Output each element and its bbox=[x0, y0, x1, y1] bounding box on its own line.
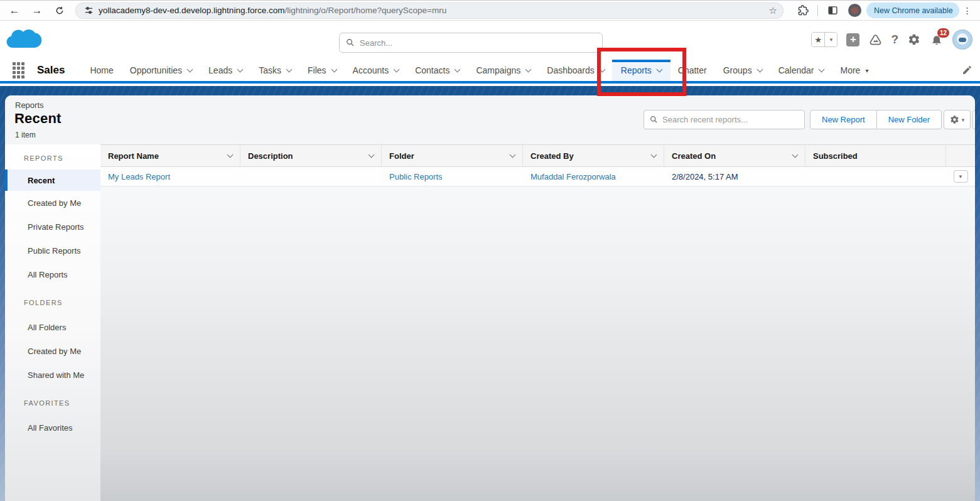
list-view-body: REPORTS Recent Created by Me Private Rep… bbox=[5, 144, 975, 501]
list-actions: New Report New Folder bbox=[810, 110, 942, 129]
table-header-row: Report Name Description Folder Created B… bbox=[100, 144, 975, 167]
chevron-down-icon[interactable] bbox=[286, 66, 293, 72]
cell-created-by: Mufaddal Ferozporwala bbox=[523, 172, 664, 181]
sidebar-item-shared-with-me[interactable]: Shared with Me bbox=[5, 363, 100, 387]
tab-tasks[interactable]: Tasks bbox=[259, 60, 291, 81]
chevron-down-icon[interactable] bbox=[656, 66, 662, 72]
chevron-down-icon[interactable] bbox=[510, 152, 516, 158]
sidebar-item-recent[interactable]: Recent bbox=[5, 170, 100, 191]
browser-forward-button[interactable]: → bbox=[29, 3, 45, 19]
sidebar-item-all-favorites[interactable]: All Favorites bbox=[5, 416, 100, 439]
column-header-created-by[interactable]: Created By bbox=[523, 145, 664, 166]
favorites-dropdown-icon[interactable]: ▾ bbox=[824, 33, 837, 46]
chevron-down-icon[interactable] bbox=[792, 152, 799, 158]
chevron-down-icon[interactable] bbox=[394, 66, 400, 72]
global-actions-icon[interactable]: + bbox=[846, 33, 859, 46]
chevron-down-icon[interactable] bbox=[187, 66, 193, 72]
chevron-down-icon[interactable] bbox=[651, 152, 657, 158]
setup-gear-icon[interactable] bbox=[907, 33, 921, 46]
new-report-button[interactable]: New Report bbox=[810, 110, 876, 129]
row-actions-button[interactable]: ▼ bbox=[954, 170, 968, 183]
list-search-box[interactable] bbox=[643, 110, 805, 129]
global-search-box[interactable] bbox=[339, 33, 603, 53]
extensions-icon[interactable] bbox=[797, 4, 809, 17]
cut-off-button[interactable] bbox=[972, 110, 975, 129]
tab-leads[interactable]: Leads bbox=[208, 60, 242, 81]
browser-back-button[interactable]: ← bbox=[6, 3, 23, 19]
edit-nav-pencil-icon[interactable] bbox=[962, 65, 972, 78]
list-view-header: Reports Recent 1 item New Report New Fol… bbox=[5, 95, 975, 144]
column-header-created-on[interactable]: Created On bbox=[664, 145, 805, 166]
app-launcher-icon[interactable] bbox=[13, 62, 24, 78]
column-header-subscribed[interactable]: Subscribed bbox=[805, 145, 946, 166]
chevron-down-icon[interactable] bbox=[757, 66, 763, 72]
report-name-link[interactable]: My Leads Report bbox=[108, 172, 170, 181]
column-header-actions bbox=[946, 145, 975, 166]
reports-list-card: Reports Recent 1 item New Report New Fol… bbox=[5, 95, 975, 501]
list-settings-button[interactable]: ▾ bbox=[944, 110, 971, 129]
sidebar-item-public-reports[interactable]: Public Reports bbox=[5, 239, 100, 262]
column-header-report-name[interactable]: Report Name bbox=[100, 145, 240, 166]
bookmark-star-icon[interactable]: ☆ bbox=[769, 5, 777, 16]
chevron-down-icon[interactable] bbox=[455, 66, 461, 72]
column-header-description[interactable]: Description bbox=[240, 145, 382, 166]
search-icon bbox=[650, 116, 658, 124]
url-text[interactable]: yollacademy8-dev-ed.develop.lightning.fo… bbox=[99, 6, 764, 15]
nav-tabs: Home Opportunities Leads Tasks Files Acc… bbox=[90, 60, 868, 81]
new-folder-button[interactable]: New Folder bbox=[876, 110, 941, 129]
object-label: Reports bbox=[15, 100, 44, 110]
chevron-down-icon[interactable] bbox=[227, 152, 234, 158]
tab-accounts[interactable]: Accounts bbox=[353, 60, 399, 81]
created-by-link[interactable]: Mufaddal Ferozporwala bbox=[530, 172, 616, 181]
reload-icon bbox=[55, 6, 65, 16]
chevron-down-icon[interactable] bbox=[331, 66, 337, 72]
guidance-center-icon[interactable] bbox=[868, 33, 882, 46]
tab-groups[interactable]: Groups bbox=[723, 60, 762, 81]
tab-more[interactable]: More▾ bbox=[840, 60, 868, 81]
sidebar-item-all-reports[interactable]: All Reports bbox=[5, 262, 100, 286]
tab-home[interactable]: Home bbox=[90, 60, 113, 81]
address-bar[interactable]: yollacademy8-dev-ed.develop.lightning.fo… bbox=[75, 3, 783, 19]
tab-calendar[interactable]: Calendar bbox=[778, 60, 824, 81]
browser-reload-button[interactable] bbox=[51, 3, 68, 19]
folder-link[interactable]: Public Reports bbox=[389, 172, 443, 181]
tab-chatter[interactable]: Chatter bbox=[678, 60, 707, 81]
sidebar-item-private-reports[interactable]: Private Reports bbox=[5, 215, 100, 239]
global-search-input[interactable] bbox=[360, 38, 596, 48]
tab-contacts[interactable]: Contacts bbox=[415, 60, 460, 81]
chevron-down-icon[interactable] bbox=[819, 66, 825, 72]
chrome-update-button[interactable]: New Chrome available bbox=[866, 3, 959, 18]
caret-down-icon: ▾ bbox=[962, 117, 965, 123]
site-controls-icon bbox=[84, 6, 94, 15]
sidebar-section-favorites: FAVORITES bbox=[5, 397, 100, 409]
favorites-star-icon[interactable]: ★ bbox=[812, 33, 824, 46]
tab-campaigns[interactable]: Campaigns bbox=[476, 60, 530, 81]
toolbar-divider bbox=[817, 5, 818, 16]
tab-dashboards[interactable]: Dashboards bbox=[547, 60, 605, 81]
chevron-down-icon[interactable] bbox=[525, 66, 532, 72]
chevron-down-icon[interactable] bbox=[237, 66, 244, 72]
reports-sidebar: REPORTS Recent Created by Me Private Rep… bbox=[5, 144, 100, 501]
user-avatar[interactable] bbox=[952, 30, 972, 50]
browser-toolbar: ← → yollacademy8-dev-ed.develop.lightnin… bbox=[0, 0, 980, 21]
cell-folder: Public Reports bbox=[382, 172, 523, 181]
caret-down-icon: ▾ bbox=[865, 67, 868, 74]
side-panel-icon[interactable] bbox=[826, 4, 839, 17]
tab-files[interactable]: Files bbox=[308, 60, 337, 81]
tab-opportunities[interactable]: Opportunities bbox=[130, 60, 192, 81]
sidebar-section-folders: FOLDERS bbox=[5, 296, 100, 309]
table-row[interactable]: My Leads Report Public Reports Mufaddal … bbox=[100, 167, 975, 186]
chevron-down-icon[interactable] bbox=[369, 152, 375, 158]
list-search-input[interactable] bbox=[662, 115, 799, 124]
browser-menu-icon[interactable]: ⋮ bbox=[961, 6, 974, 16]
browser-profile-avatar[interactable] bbox=[848, 4, 861, 17]
notifications-bell-icon[interactable]: 12 bbox=[930, 33, 944, 46]
help-icon[interactable]: ? bbox=[891, 33, 898, 46]
tab-reports[interactable]: Reports bbox=[612, 60, 670, 81]
chevron-down-icon[interactable] bbox=[599, 66, 605, 72]
sidebar-item-folders-created-by-me[interactable]: Created by Me bbox=[5, 339, 100, 363]
column-header-folder[interactable]: Folder bbox=[382, 145, 523, 166]
sidebar-item-created-by-me[interactable]: Created by Me bbox=[5, 191, 100, 215]
sidebar-item-all-folders[interactable]: All Folders bbox=[5, 315, 100, 339]
app-name[interactable]: Sales bbox=[37, 64, 65, 77]
